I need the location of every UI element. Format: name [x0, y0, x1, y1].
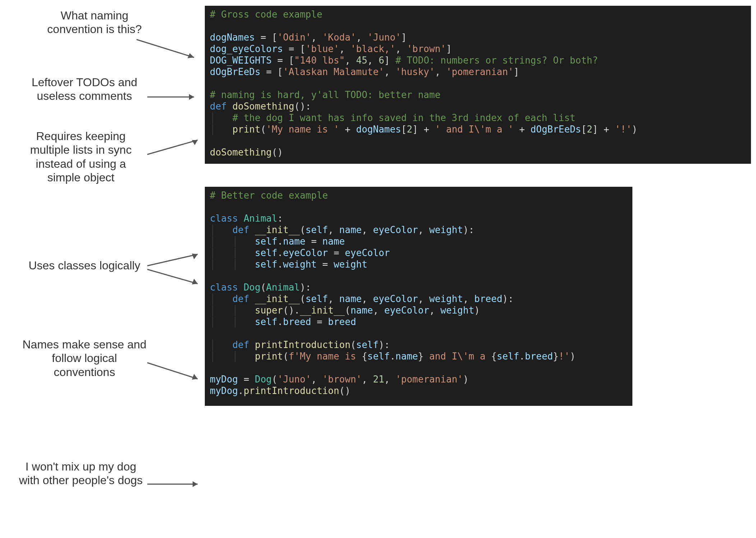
code-token: +	[339, 124, 356, 135]
code-token: =	[317, 259, 333, 270]
code-token: dogNames	[210, 32, 255, 43]
code-token: ,	[367, 55, 378, 66]
code-line: DOG_WEIGHTS = ["140 lbs", 45, 6] # TODO:…	[210, 55, 746, 66]
code-token: =	[305, 236, 322, 247]
code-token: 'Odin'	[277, 32, 311, 43]
code-token: # naming is hard, y'all TODO: better nam…	[210, 89, 441, 100]
code-token: │ │	[210, 316, 255, 327]
svg-marker-3	[189, 94, 194, 100]
code-token: __init__	[300, 305, 345, 316]
code-token: 'brown'	[407, 43, 446, 54]
code-token: [	[581, 124, 587, 135]
code-token: :	[277, 213, 283, 224]
code-token: ,	[384, 66, 395, 77]
svg-marker-7	[192, 254, 198, 259]
code-token: ):	[379, 339, 390, 350]
code-token: name	[322, 236, 345, 247]
code-token: 2	[587, 124, 593, 135]
code-line: class Animal:	[210, 213, 627, 224]
arrow-icon	[144, 251, 205, 269]
annotation-todos: Leftover TODOs and useless comments	[22, 75, 147, 103]
code-token: "140 lbs"	[294, 55, 345, 66]
code-token: 45	[356, 55, 367, 66]
code-token: doSomething	[210, 147, 272, 158]
code-line: │ │ self.eyeColor = eyeColor	[210, 247, 627, 259]
code-line: myDog = Dog('Juno', 'brown', 21, 'pomera…	[210, 374, 627, 385]
code-token: breed	[525, 351, 553, 362]
code-token: breed	[328, 316, 356, 327]
annotation-classes: Uses classes logically	[22, 259, 147, 272]
code-token: ().	[283, 305, 300, 316]
code-token: name	[283, 236, 306, 247]
arrow-icon	[144, 359, 205, 384]
code-token: name	[350, 305, 373, 316]
code-token: f'My name is	[289, 351, 362, 362]
arrow-icon	[144, 136, 205, 158]
code-token: 'husky'	[396, 66, 435, 77]
code-token: name	[339, 293, 362, 304]
code-token: )	[632, 124, 637, 135]
code-token: dOgBrEeDs	[530, 124, 581, 135]
code-line	[210, 270, 627, 282]
code-token: │	[210, 224, 232, 235]
code-token: ,	[356, 32, 367, 43]
code-block-better: # Better code example class Animal:│ def…	[205, 187, 632, 406]
code-token: │	[210, 339, 232, 350]
code-line: │ # the dog I want has info saved in the…	[210, 112, 746, 124]
code-token: Animal	[244, 213, 277, 224]
code-token: weight	[283, 259, 317, 270]
code-token: print	[255, 351, 283, 362]
code-line: # Gross code example	[210, 9, 746, 20]
arrow-icon	[144, 266, 205, 287]
code-token: .	[519, 351, 525, 362]
code-token: def	[210, 101, 232, 112]
code-token: 'brown'	[322, 374, 362, 385]
code-line: dogNames = ['Odin', 'Koda', 'Juno']	[210, 32, 746, 43]
code-token: class	[210, 213, 244, 224]
code-token: def	[232, 224, 255, 235]
code-token: weight	[333, 259, 367, 270]
code-token: .	[277, 259, 283, 270]
code-token: name	[396, 351, 418, 362]
code-token: = [	[283, 43, 306, 54]
code-token: ] +	[593, 124, 615, 135]
code-token: eyeColor	[373, 293, 418, 304]
code-token: ' and I\'m a '	[435, 124, 513, 135]
code-token: self	[255, 247, 277, 258]
code-token: !'	[559, 351, 570, 362]
code-token: }	[553, 351, 559, 362]
code-token: ()	[339, 385, 350, 396]
code-token: self	[255, 259, 277, 270]
code-token: breed	[474, 293, 502, 304]
code-token: .	[390, 351, 396, 362]
code-token: )	[463, 374, 469, 385]
code-token: ):	[300, 282, 311, 293]
svg-line-4	[147, 140, 198, 154]
code-token: 'black,'	[350, 43, 395, 54]
code-token: eyeColor	[283, 247, 328, 258]
code-line	[210, 20, 746, 32]
code-token: ,	[384, 374, 395, 385]
code-line: dOgBrEeDs = ['Alaskan Malamute', 'husky'…	[210, 66, 746, 78]
code-token: breed	[283, 316, 311, 327]
code-token: __init__	[255, 293, 300, 304]
code-token: ]	[513, 66, 519, 77]
code-token: 2	[407, 124, 412, 135]
code-token: ,	[328, 224, 339, 235]
code-line: │ │ self.name = name	[210, 236, 627, 247]
code-token: (	[261, 282, 266, 293]
code-token: myDog	[210, 374, 238, 385]
code-line: │ │ print(f'My name is {self.name} and I…	[210, 351, 627, 362]
code-token: ,	[362, 374, 373, 385]
code-token: =	[238, 374, 255, 385]
code-token: printIntroduction	[255, 339, 350, 350]
code-line	[210, 78, 746, 89]
code-token: ,	[418, 293, 429, 304]
code-token: # Better code example	[210, 190, 328, 201]
code-token: (	[350, 339, 356, 350]
arrow-icon	[144, 90, 201, 104]
code-token: ] +	[412, 124, 435, 135]
code-token: 'My name is '	[266, 124, 340, 135]
code-token: ,	[362, 293, 373, 304]
code-token: Dog	[244, 282, 261, 293]
